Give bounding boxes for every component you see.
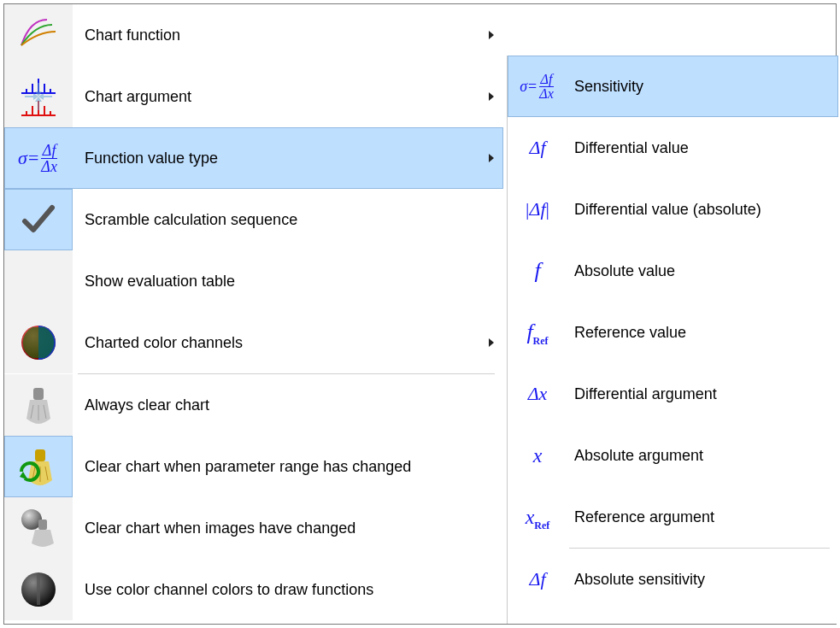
- submenu-item-sensitivity[interactable]: σ= ΔfΔx Sensitivity: [508, 56, 838, 117]
- brush-sphere-gray-icon: [4, 497, 73, 559]
- chart-argument-icon: [4, 66, 73, 127]
- menu-item-charted-color-channels[interactable]: Charted color channels: [4, 312, 503, 373]
- submenu-arrow-icon: [489, 338, 494, 347]
- brush-refresh-icon: [4, 436, 73, 497]
- delta-f-icon: Δf: [508, 117, 567, 179]
- submenu-label: Absolute value: [574, 262, 675, 279]
- menu-item-chart-function[interactable]: Chart function: [4, 4, 503, 66]
- submenu-function-value-type: σ= ΔfΔx Sensitivity Δf Differential valu…: [507, 56, 838, 624]
- submenu-label: Reference argument: [574, 508, 714, 525]
- menu-label: Always clear chart: [85, 396, 209, 414]
- submenu-item-differential-argument[interactable]: Δx Differential argument: [508, 363, 838, 425]
- submenu-arrow-icon: [489, 92, 494, 101]
- svg-rect-21: [33, 388, 44, 400]
- menu-label: Clear chart when parameter range has cha…: [85, 458, 411, 476]
- submenu-label: Sensitivity: [574, 78, 643, 95]
- menu-label: Chart function: [85, 26, 180, 44]
- submenu-arrow-icon: [489, 31, 494, 39]
- submenu-label: Reference value: [574, 324, 686, 341]
- submenu-label: Differential value (absolute): [574, 201, 761, 218]
- color-sphere-icon: [4, 312, 73, 373]
- submenu-label: Differential value: [574, 139, 689, 156]
- submenu-label: Absolute sensitivity: [574, 571, 705, 588]
- submenu-item-absolute-argument[interactable]: x Absolute argument: [508, 425, 838, 486]
- menu-label: Scramble calculation sequence: [85, 211, 297, 229]
- delta-f-icon: Δf: [508, 549, 567, 610]
- context-menu-container: Chart function: [3, 3, 837, 625]
- delta-x-icon: Δx: [508, 363, 567, 425]
- menu-label: Function value type: [85, 150, 218, 167]
- x-ref-icon: xRef: [508, 486, 567, 548]
- menu-label: Chart argument: [85, 88, 191, 106]
- main-menu: Chart function: [4, 4, 503, 624]
- sensitivity-formula-icon: σ= ΔfΔx: [4, 127, 73, 189]
- chart-function-icon: [4, 4, 73, 66]
- submenu-label: Absolute argument: [574, 447, 703, 464]
- blank-icon: [4, 250, 73, 312]
- submenu-item-reference-value[interactable]: fRef Reference value: [508, 302, 838, 363]
- menu-item-chart-argument[interactable]: Chart argument: [4, 66, 503, 127]
- x-icon: x: [508, 425, 567, 486]
- svg-rect-25: [35, 449, 45, 461]
- menu-item-scramble-sequence[interactable]: Scramble calculation sequence: [4, 189, 503, 250]
- submenu-item-differential-value[interactable]: Δf Differential value: [508, 117, 838, 179]
- abs-delta-f-icon: |Δf|: [508, 179, 567, 240]
- f-icon: f: [508, 240, 567, 302]
- submenu-item-reference-argument[interactable]: xRef Reference argument: [508, 486, 838, 548]
- sigma-fraction-icon: σ= ΔfΔx: [508, 56, 567, 117]
- menu-item-clear-on-images[interactable]: Clear chart when images have changed: [4, 497, 503, 559]
- submenu-label: Differential argument: [574, 385, 717, 402]
- menu-label: Charted color channels: [85, 334, 243, 352]
- svg-rect-33: [37, 574, 40, 605]
- submenu-item-differential-value-abs[interactable]: |Δf| Differential value (absolute): [508, 179, 838, 240]
- menu-item-always-clear-chart[interactable]: Always clear chart: [4, 374, 503, 436]
- menu-item-show-evaluation-table[interactable]: Show evaluation table: [4, 250, 503, 312]
- menu-label: Clear chart when images have changed: [85, 519, 355, 537]
- menu-label: Use color channel colors to draw functio…: [85, 581, 373, 599]
- submenu-arrow-icon: [489, 154, 494, 162]
- svg-rect-31: [38, 519, 47, 530]
- brush-gray-icon: [4, 374, 73, 436]
- menu-item-use-color-channel-colors[interactable]: Use color channel colors to draw functio…: [4, 559, 503, 620]
- dark-sphere-icon: [4, 559, 73, 620]
- checkmark-icon: [4, 189, 73, 250]
- submenu-item-absolute-sensitivity[interactable]: Δf Absolute sensitivity: [508, 549, 838, 610]
- menu-item-function-value-type[interactable]: σ= ΔfΔx Function value type: [4, 127, 503, 189]
- svg-marker-29: [20, 472, 28, 480]
- menu-item-clear-on-param-range[interactable]: Clear chart when parameter range has cha…: [4, 436, 503, 497]
- f-ref-icon: fRef: [508, 302, 567, 363]
- submenu-item-absolute-value[interactable]: f Absolute value: [508, 240, 838, 302]
- menu-label: Show evaluation table: [85, 273, 235, 291]
